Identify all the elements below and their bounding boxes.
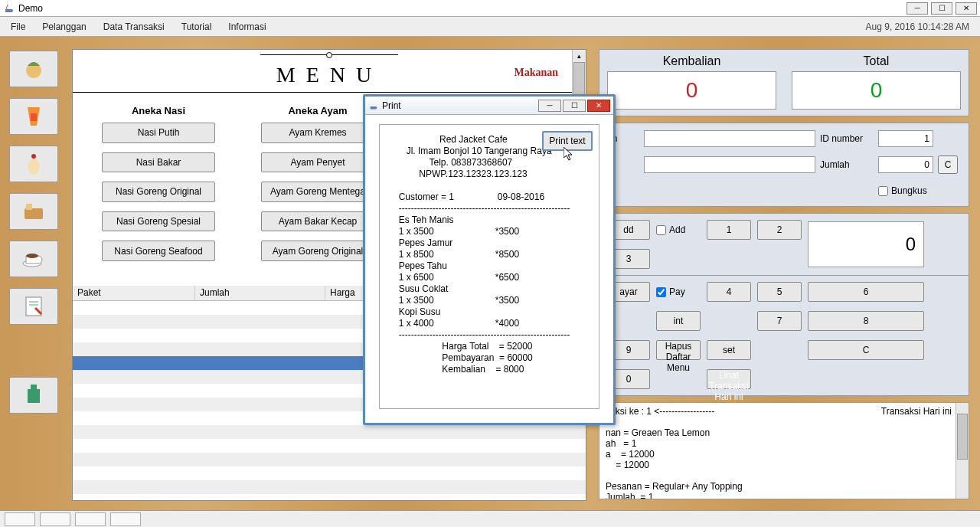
- menu-informasi[interactable]: Informasi: [228, 21, 266, 32]
- log-panel: Transaksi Hari ini saksi ke : 1 <-------…: [599, 402, 969, 499]
- kembalian-value: 0: [607, 71, 776, 110]
- desc-input[interactable]: [644, 156, 815, 173]
- menu-pelanggan[interactable]: Pelanggan: [42, 21, 86, 32]
- keypad-panel-2: ayar Pay 4 5 6 int 7 8 9 Hapus Daftar Me…: [599, 276, 969, 396]
- id-label: ID number: [820, 133, 874, 144]
- svg-point-6: [26, 254, 38, 258]
- item-nasi-goreng-spesial[interactable]: Nasi Goreng Spesial: [102, 211, 215, 232]
- sidebar-dessert-button[interactable]: [9, 146, 58, 182]
- item-ayam-kremes[interactable]: Ayam Kremes: [261, 123, 374, 143]
- receipt-area: Print text Red Jacket Cafe Jl. Imam Bonj…: [379, 124, 599, 409]
- dialog-maximize-button[interactable]: ☐: [563, 100, 586, 112]
- item-nasi-goreng-original[interactable]: Nasi Goreng Original: [102, 182, 215, 202]
- print-button[interactable]: int: [656, 311, 701, 331]
- window-titlebar: Demo ─ ☐ ✕: [0, 0, 980, 17]
- menu-title: MENU: [276, 63, 382, 92]
- key-8[interactable]: 8: [808, 311, 924, 331]
- key-7[interactable]: 7: [757, 311, 802, 331]
- th-jumlah[interactable]: Jumlah: [195, 286, 325, 300]
- hapus-button[interactable]: Hapus Daftar Menu: [656, 340, 701, 360]
- taskbar-item[interactable]: [110, 512, 141, 526]
- bungkus-checkbox[interactable]: [878, 186, 888, 196]
- dialog-title: Print: [382, 100, 401, 111]
- svg-rect-4: [26, 204, 32, 210]
- svg-point-2: [31, 154, 36, 159]
- sidebar-order-button[interactable]: [9, 288, 58, 325]
- sidebar-drink-button[interactable]: [9, 98, 58, 135]
- dialog-titlebar[interactable]: Print ─ ☐ ✕: [365, 97, 613, 115]
- key-6[interactable]: 6: [808, 282, 924, 302]
- svg-rect-11: [31, 385, 37, 391]
- key-1[interactable]: 1: [707, 220, 751, 240]
- menu-file[interactable]: File: [11, 21, 25, 32]
- svg-rect-10: [28, 389, 40, 403]
- item-ayam-goreng-original[interactable]: Ayam Goreng Original: [261, 241, 374, 261]
- item-nasi-goreng-seafood[interactable]: Nasi Goreng Seafood: [102, 241, 215, 261]
- menubar: File Pelanggan Data Transaksi Tutorial I…: [0, 17, 980, 37]
- col-header-ayam: Aneka Ayam: [288, 105, 347, 116]
- total-value: 0: [792, 71, 961, 110]
- taskbar-item[interactable]: [40, 512, 70, 526]
- pay-checkbox[interactable]: [656, 287, 666, 297]
- print-text-button[interactable]: Print text: [542, 131, 593, 151]
- key-5[interactable]: 5: [757, 282, 802, 302]
- keypad-panel: dd Add 1 2 3 0: [599, 213, 969, 276]
- item-nasi-putih[interactable]: Nasi Putih: [102, 123, 215, 143]
- add-checkbox[interactable]: [656, 225, 666, 235]
- dialog-minimize-button[interactable]: ─: [538, 100, 561, 112]
- log-scrollbar[interactable]: [956, 403, 969, 499]
- maximize-button[interactable]: ☐: [931, 2, 952, 15]
- log-text[interactable]: saksi ke : 1 <------------------ nan = G…: [599, 403, 969, 499]
- sidebar-coffee-button[interactable]: [9, 241, 58, 277]
- java-icon: [3, 2, 15, 15]
- sidebar-snack-button[interactable]: [9, 193, 58, 230]
- menu-data-transaksi[interactable]: Data Transaksi: [103, 21, 165, 32]
- taskbar-item[interactable]: [5, 512, 35, 526]
- bungkus-label: Bungkus: [891, 185, 927, 196]
- menu-tutorial[interactable]: Tutorial: [181, 21, 212, 32]
- lihat-button[interactable]: Lihat Transaksi Hari ini: [707, 369, 751, 389]
- total-label: Total: [864, 54, 890, 68]
- receipt-text: Red Jacket Cafe Jl. Imam Bonjol 10 Tange…: [394, 134, 585, 375]
- amount-display: 0: [808, 221, 924, 267]
- close-button[interactable]: ✕: [956, 2, 977, 15]
- log-today-label: Transaksi Hari ini: [881, 406, 952, 417]
- java-icon: [368, 100, 379, 111]
- item-ayam-bakar-kecap[interactable]: Ayam Bakar Kecap: [261, 211, 374, 232]
- print-dialog: Print ─ ☐ ✕ Print text Red Jacket Cafe J…: [363, 94, 616, 425]
- sidebar: [9, 51, 61, 414]
- reset-button[interactable]: set: [707, 340, 751, 360]
- sidebar-exit-button[interactable]: [9, 377, 58, 414]
- kembalian-label: Kembalian: [663, 54, 721, 68]
- jumlah-input[interactable]: [878, 156, 933, 173]
- sidebar-food-button[interactable]: [9, 51, 58, 87]
- th-paket[interactable]: Paket: [73, 286, 195, 300]
- key-2[interactable]: 2: [757, 220, 802, 240]
- menu-category: Makanan: [514, 67, 558, 79]
- pesanan-input[interactable]: [644, 130, 815, 147]
- item-ayam-goreng-mentega[interactable]: Ayam Goreng Mentega: [261, 182, 374, 202]
- timestamp: Aug 9, 2016 10:14:28 AM: [866, 21, 969, 32]
- key-c[interactable]: C: [808, 340, 924, 360]
- item-ayam-penyet[interactable]: Ayam Penyet: [261, 152, 374, 173]
- jumlah-label: Jumlah: [820, 159, 874, 170]
- key-4[interactable]: 4: [707, 282, 751, 302]
- minimize-button[interactable]: ─: [906, 2, 928, 15]
- item-nasi-bakar[interactable]: Nasi Bakar: [102, 152, 215, 173]
- svg-rect-3: [24, 208, 43, 219]
- form-panel: an ID number Jumlah C Bungkus: [599, 123, 969, 207]
- window-title: Demo: [18, 3, 43, 14]
- id-input[interactable]: [878, 130, 933, 147]
- dialog-close-button[interactable]: ✕: [587, 100, 610, 112]
- clear-jumlah-button[interactable]: C: [938, 155, 958, 174]
- col-header-nasi: Aneka Nasi: [132, 105, 185, 116]
- svg-rect-1: [31, 113, 37, 121]
- taskbar: [0, 510, 980, 527]
- values-panel: Kembalian 0 Total 0: [599, 49, 969, 116]
- taskbar-item[interactable]: [75, 512, 106, 526]
